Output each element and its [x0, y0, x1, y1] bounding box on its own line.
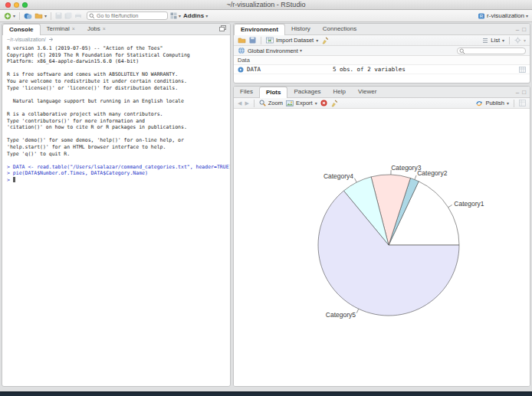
console-pane: Console Terminal× Jobs× ~/r-visualizatio… — [2, 23, 231, 387]
environment-search-input[interactable] — [457, 47, 526, 54]
console-output[interactable]: R version 3.6.1 (2019-07-05) -- "Action … — [2, 44, 230, 386]
object-description: 5 obs. of 2 variables — [333, 66, 516, 73]
window-controls — [5, 2, 28, 8]
console-line: Natural language support but running in … — [7, 98, 225, 105]
gear-icon — [514, 37, 521, 44]
addins-button[interactable]: Addins ▾ — [183, 12, 208, 19]
list-icon — [482, 38, 488, 44]
pie-chart: Category1Category2Category3Category4Cate… — [234, 109, 530, 387]
caret-down-icon: ▾ — [179, 14, 181, 18]
expand-object-icon[interactable] — [238, 67, 244, 73]
maximize-pane-button[interactable]: □ — [522, 90, 526, 96]
panes-grid-icon — [170, 12, 177, 19]
save-button[interactable] — [55, 12, 62, 19]
tab-files[interactable]: Files — [234, 87, 259, 97]
import-dataset-button[interactable]: Import Dataset ▾ — [266, 37, 318, 44]
view-table-icon[interactable] — [519, 67, 526, 73]
zoom-plot-button[interactable]: Zoom — [259, 100, 283, 106]
tab-packages[interactable]: Packages — [287, 87, 327, 97]
workspace-panes-button[interactable]: ▾ — [170, 12, 181, 19]
plots-pane-buttons: – □ — [516, 90, 530, 97]
close-icon[interactable]: × — [72, 24, 75, 34]
save-all-button[interactable] — [64, 12, 72, 19]
addins-label: Addins — [183, 12, 204, 19]
rstudio-window: ~/r-visualization - RStudio ▾ ▾ — [0, 0, 532, 391]
new-file-button[interactable]: ▾ — [4, 12, 15, 20]
remove-plot-button[interactable] — [320, 100, 327, 106]
plot-area: Category1Category2Category3Category4Cate… — [234, 109, 530, 386]
tab-history[interactable]: History — [285, 24, 317, 34]
close-window-button[interactable] — [5, 2, 11, 8]
tab-plots[interactable]: Plots — [259, 87, 288, 98]
console-line — [7, 65, 225, 72]
clear-objects-broom-icon[interactable] — [321, 37, 329, 44]
previous-plot-button[interactable]: ◀ — [238, 100, 241, 106]
console-line: 'help.start()' for an HTML browser inter… — [7, 144, 225, 151]
maximize-pane-button[interactable]: □ — [522, 27, 526, 33]
goto-file-search — [87, 11, 168, 20]
caret-down-icon: ▾ — [507, 101, 509, 106]
goto-file-input[interactable] — [87, 11, 168, 20]
project-icon — [24, 12, 32, 20]
console-line: R version 3.6.1 (2019-07-05) -- "Action … — [7, 45, 225, 52]
list-view-button[interactable]: List ▾ — [482, 37, 504, 44]
save-workspace-icon[interactable] — [249, 37, 256, 44]
project-menu-button[interactable]: R r-visualization ▾ — [478, 12, 528, 20]
console-line: R is free software and comes with ABSOLU… — [7, 71, 225, 78]
minimize-pane-button[interactable]: – — [516, 27, 519, 33]
minimize-window-button[interactable] — [14, 2, 19, 8]
project-name-label: r-visualization — [487, 12, 524, 19]
environment-search — [457, 47, 526, 54]
tab-terminal[interactable]: Terminal× — [41, 24, 81, 34]
console-tabbar: Console Terminal× Jobs× — [2, 24, 230, 35]
minimize-pane-button[interactable]: – — [516, 90, 519, 96]
publish-button[interactable]: Publish ▾ — [475, 100, 509, 106]
close-icon[interactable]: × — [103, 24, 106, 34]
zoom-window-button[interactable] — [22, 2, 28, 8]
caret-down-icon: ▾ — [300, 48, 302, 53]
new-project-button[interactable] — [24, 12, 32, 20]
pie-label-tick — [415, 175, 416, 180]
toolbar-separator — [261, 37, 261, 44]
open-file-button[interactable]: ▾ — [34, 12, 47, 19]
refresh-environment-button[interactable]: ▾ — [514, 37, 526, 44]
toolbar-separator — [514, 100, 514, 107]
environment-scope-button[interactable]: Global Environment ▾ — [248, 47, 302, 54]
pie-label-tick — [355, 178, 357, 182]
toolbar-separator — [254, 100, 255, 107]
clear-plots-broom-icon[interactable] — [330, 100, 338, 107]
export-plot-button[interactable]: Export ▾ — [286, 100, 317, 106]
tab-connections[interactable]: Connections — [317, 24, 363, 34]
console-line: > — [7, 177, 225, 184]
restore-panes-icon[interactable] — [219, 25, 226, 33]
environment-section-header: Data — [234, 56, 530, 65]
pie-label: Category3 — [391, 164, 421, 172]
caret-down-icon: ▾ — [526, 14, 528, 18]
console-line: Type 'demo()' for some demos, 'help()' f… — [7, 137, 225, 144]
object-name: DATA — [247, 66, 330, 73]
r-project-icon: R — [478, 12, 485, 20]
titlebar: ~/r-visualization - RStudio — [0, 0, 532, 10]
window-title: ~/r-visualization - RStudio — [0, 0, 532, 10]
pie-label: Category5 — [326, 311, 356, 319]
tab-viewer[interactable]: Viewer — [352, 87, 383, 97]
refresh-plot-icon[interactable] — [519, 100, 526, 106]
tab-console[interactable]: Console — [2, 24, 41, 35]
pie-label-tick — [448, 205, 452, 208]
next-plot-button[interactable]: ▶ — [245, 100, 248, 106]
working-directory-bar: ~/r-visualization/ — [2, 35, 230, 44]
tab-help[interactable]: Help — [327, 87, 352, 97]
caret-down-icon: ▾ — [44, 14, 47, 18]
toolbar-separator — [509, 37, 510, 44]
tab-environment[interactable]: Environment — [234, 24, 285, 35]
environment-object-row[interactable]: DATA 5 obs. of 2 variables — [234, 65, 530, 74]
tab-jobs[interactable]: Jobs× — [81, 24, 112, 34]
plots-toolbar: ◀ ▶ Zoom Export ▾ — [234, 98, 530, 109]
goto-directory-arrow-icon[interactable] — [48, 37, 54, 42]
caret-down-icon: ▾ — [502, 38, 504, 43]
console-line — [7, 157, 225, 164]
workspace: Console Terminal× Jobs× ~/r-visualizatio… — [0, 23, 532, 387]
print-button[interactable] — [74, 12, 82, 19]
load-workspace-icon[interactable] — [238, 37, 246, 44]
main-toolbar: ▾ ▾ ▾ Addins ▾ — [0, 10, 532, 22]
